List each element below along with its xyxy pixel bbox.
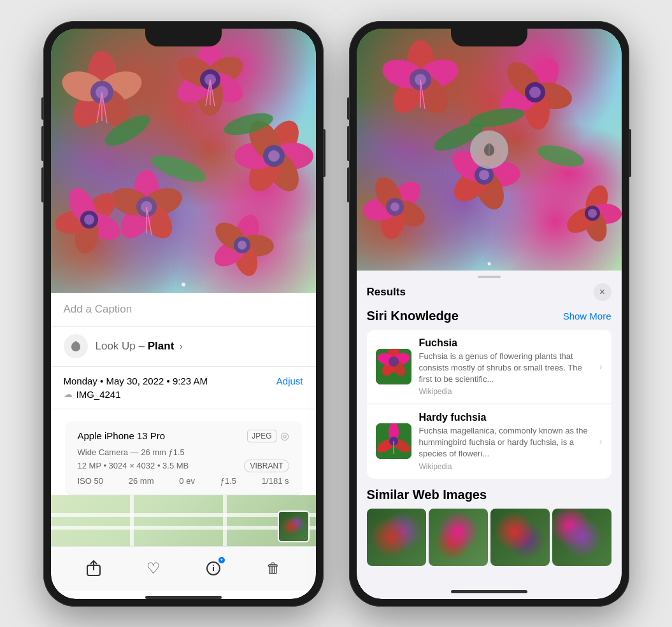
fuchsia-description: Fuchsia is a genus of flowering plants t… (419, 351, 594, 386)
date-row: Monday • May 30, 2022 • 9:23 AM Adjust (64, 376, 303, 386)
map-road-vertical-2 (223, 495, 227, 546)
phone-1-notch (145, 29, 222, 46)
iso-value: ISO 50 (78, 476, 103, 486)
phone2-power-button (629, 129, 631, 177)
fuchsia-thumb-img (376, 349, 411, 384)
format-badge: JPEG (247, 430, 276, 442)
exif-row: ISO 50 26 mm 0 ev ƒ1.5 1/181 s (78, 476, 289, 486)
hardy-fuchsia-chevron: › (599, 436, 603, 446)
phone-2-screen: Results × Siri Knowledge Show More (357, 29, 622, 599)
visual-look-up-icon (64, 334, 88, 358)
info-icon (206, 561, 221, 576)
phone2-home-bar (451, 590, 527, 593)
info-button[interactable]: ✦ (199, 554, 227, 582)
device-section-wrapper: Apple iPhone 13 Pro JPEG ◎ Wide Camera —… (51, 414, 316, 495)
date-text: Monday • May 30, 2022 • 9:23 AM (64, 376, 208, 386)
thumbnail-image (279, 512, 308, 541)
results-title: Results (367, 286, 406, 299)
focal-value: 26 mm (129, 476, 154, 486)
mute-button (41, 97, 43, 120)
map-area[interactable] (51, 495, 316, 546)
device-row: Apple iPhone 13 Pro JPEG ◎ (78, 430, 289, 442)
siri-knowledge-header: Siri Knowledge Show More (367, 309, 611, 323)
fuchsia-thumbnail (376, 349, 411, 384)
device-name: Apple iPhone 13 Pro (78, 430, 166, 441)
hardy-fuchsia-name: Hardy fuchsia (419, 412, 594, 423)
lookup-label: Look Up – Plant › (96, 340, 183, 353)
leaf-search-icon (480, 141, 498, 159)
knowledge-card: Fuchsia Fuchsia is a genus of flowering … (367, 330, 611, 479)
filename-text: IMG_4241 (76, 389, 121, 400)
volume-down-button (41, 167, 43, 202)
share-button[interactable] (80, 554, 108, 582)
power-button (324, 129, 325, 177)
map-road-horizontal-2 (51, 526, 316, 530)
ev-value: 0 ev (179, 476, 195, 486)
phone2-photo-area (357, 29, 622, 271)
vibrant-badge: VIBRANT (244, 460, 289, 472)
lookup-label-text: Look Up – (96, 340, 145, 352)
phone2-volume-down-button (347, 167, 349, 202)
show-more-button[interactable]: Show More (563, 311, 611, 321)
cloud-icon: ☁ (64, 389, 73, 399)
delete-button[interactable]: 🗑 (259, 554, 287, 582)
results-close-button[interactable]: × (594, 283, 611, 301)
caption-area[interactable]: Add a Caption (51, 293, 316, 327)
hardy-thumb-img (376, 423, 411, 459)
home-indicator (51, 591, 316, 599)
visual-search-button[interactable] (470, 130, 508, 169)
phone2-mute-button (347, 97, 349, 120)
share-icon (87, 560, 101, 577)
volume-up-button (41, 126, 43, 161)
hardy-fuchsia-source: Wikipedia (419, 462, 594, 471)
filename-row: ☁ IMG_4241 (64, 389, 303, 400)
map-background (51, 495, 316, 546)
similar-image-1[interactable] (367, 509, 426, 566)
results-content: Siri Knowledge Show More (357, 309, 622, 585)
specs-row: 12 MP • 3024 × 4032 • 3.5 MB VIBRANT (78, 460, 289, 472)
photo-area[interactable] (51, 29, 316, 293)
results-panel: Results × Siri Knowledge Show More (357, 271, 622, 585)
phone-2: Results × Siri Knowledge Show More (349, 21, 629, 607)
lens-info: Wide Camera — 26 mm ƒ1.5 (78, 447, 289, 457)
similar-image-4[interactable] (552, 509, 611, 566)
phone-2-content: Results × Siri Knowledge Show More (357, 29, 622, 599)
phone2-home-indicator (357, 585, 622, 599)
toolbar: ♡ ✦ 🗑 (51, 546, 316, 591)
shutter-value: 1/181 s (262, 476, 289, 486)
similar-image-3[interactable] (490, 509, 550, 566)
hardy-fuchsia-description: Fuchsia magellanica, commonly known as t… (419, 425, 594, 460)
caption-placeholder: Add a Caption (64, 303, 132, 315)
lookup-row[interactable]: Look Up – Plant › (51, 327, 316, 367)
phone2-volume-up-button (347, 126, 349, 161)
resolution-text: 12 MP • 3024 × 4032 • 3.5 MB (78, 461, 189, 470)
close-icon: × (599, 286, 605, 298)
siri-knowledge-title: Siri Knowledge (367, 309, 459, 323)
fuchsia-name: Fuchsia (419, 337, 594, 349)
results-header: Results × (357, 281, 622, 309)
info-badge-dot: ✦ (218, 557, 225, 563)
similar-image-2[interactable] (429, 509, 488, 566)
photo-page-dot (182, 283, 185, 286)
hardy-fuchsia-item[interactable]: Hardy fuchsia Fuchsia magellanica, commo… (367, 404, 611, 479)
fuchsia-source: Wikipedia (419, 387, 594, 396)
home-bar (145, 596, 222, 599)
leaf-icon (69, 339, 83, 353)
similar-title: Similar Web Images (367, 488, 611, 502)
phone-1-content: Add a Caption Look Up – Plant › (51, 29, 316, 599)
fuchsia-item[interactable]: Fuchsia Fuchsia is a genus of flowering … (367, 330, 611, 405)
svg-rect-55 (51, 29, 316, 293)
map-road-vertical (130, 495, 134, 546)
results-handle[interactable] (357, 271, 622, 281)
phone-1-screen: Add a Caption Look Up – Plant › (51, 29, 316, 599)
photo2-page-dot (487, 262, 490, 265)
fuchsia-chevron: › (599, 362, 603, 372)
aperture-value: ƒ1.5 (220, 476, 236, 486)
svg-point-60 (213, 565, 214, 566)
drag-handle (478, 276, 501, 278)
favorite-button[interactable]: ♡ (139, 554, 168, 582)
device-section: Apple iPhone 13 Pro JPEG ◎ Wide Camera —… (65, 421, 302, 495)
adjust-button[interactable]: Adjust (276, 376, 303, 386)
lookup-subject: Plant (148, 340, 175, 352)
map-road-horizontal (51, 513, 316, 517)
